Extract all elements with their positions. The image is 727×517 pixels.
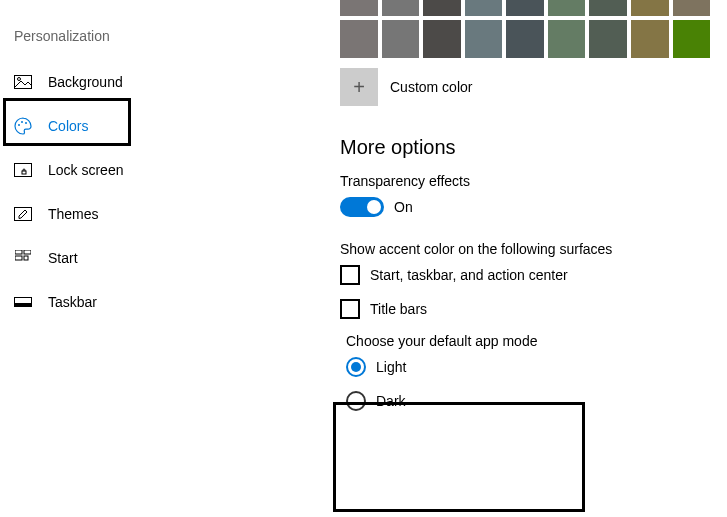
color-swatch[interactable] xyxy=(506,20,544,58)
svg-rect-11 xyxy=(24,256,28,260)
svg-rect-13 xyxy=(15,303,32,307)
color-swatch[interactable] xyxy=(631,20,669,58)
sidebar-item-themes[interactable]: Themes xyxy=(0,192,200,236)
color-swatch[interactable] xyxy=(589,0,627,16)
svg-rect-9 xyxy=(24,250,31,254)
sidebar-item-lockscreen[interactable]: Lock screen xyxy=(0,148,200,192)
taskbar-icon xyxy=(14,293,32,311)
toggle-state-label: On xyxy=(394,199,413,215)
start-tiles-icon xyxy=(14,249,32,267)
color-swatch[interactable] xyxy=(465,20,503,58)
sidebar-item-label: Background xyxy=(48,74,123,90)
transparency-toggle-row: On xyxy=(340,197,710,217)
svg-rect-10 xyxy=(15,256,22,260)
app-mode-light-radio[interactable] xyxy=(346,357,366,377)
color-swatch[interactable] xyxy=(423,0,461,16)
color-swatch[interactable] xyxy=(548,0,586,16)
sidebar-item-label: Themes xyxy=(48,206,99,222)
sidebar: Personalization Background Colors Lock s… xyxy=(0,0,200,324)
color-swatch-row-partial xyxy=(340,0,710,16)
surface-titlebar-label: Title bars xyxy=(370,301,427,317)
surface-titlebar-row: Title bars xyxy=(340,299,710,319)
color-swatch[interactable] xyxy=(382,20,420,58)
app-mode-heading: Choose your default app mode xyxy=(346,333,710,349)
svg-rect-8 xyxy=(15,250,22,254)
color-swatch[interactable] xyxy=(423,20,461,58)
custom-color-row: + Custom color xyxy=(340,68,710,106)
app-mode-dark-radio[interactable] xyxy=(346,391,366,411)
surface-titlebar-checkbox[interactable] xyxy=(340,299,360,319)
color-swatch[interactable] xyxy=(340,0,378,16)
more-options-heading: More options xyxy=(340,136,710,159)
surface-start-row: Start, taskbar, and action center xyxy=(340,265,710,285)
color-swatch-row xyxy=(340,20,710,58)
color-swatch[interactable] xyxy=(548,20,586,58)
lockscreen-icon xyxy=(14,161,32,179)
sidebar-item-label: Lock screen xyxy=(48,162,123,178)
sidebar-item-label: Colors xyxy=(48,118,88,134)
sidebar-item-background[interactable]: Background xyxy=(0,60,200,104)
color-swatch[interactable] xyxy=(631,0,669,16)
transparency-toggle[interactable] xyxy=(340,197,384,217)
plus-icon: + xyxy=(353,76,365,99)
svg-point-3 xyxy=(21,121,23,123)
palette-icon xyxy=(14,117,32,135)
color-swatch[interactable] xyxy=(465,0,503,16)
sidebar-heading: Personalization xyxy=(0,28,200,44)
transparency-label: Transparency effects xyxy=(340,173,710,189)
svg-point-1 xyxy=(18,78,21,81)
accent-surfaces-label: Show accent color on the following surfa… xyxy=(340,241,710,257)
sidebar-item-colors[interactable]: Colors xyxy=(0,104,200,148)
main-content: + Custom color More options Transparency… xyxy=(340,0,710,425)
svg-point-4 xyxy=(25,122,27,124)
app-mode-light-label: Light xyxy=(376,359,406,375)
color-swatch[interactable] xyxy=(589,20,627,58)
sidebar-item-taskbar[interactable]: Taskbar xyxy=(0,280,200,324)
svg-point-2 xyxy=(18,124,20,126)
surface-start-checkbox[interactable] xyxy=(340,265,360,285)
app-mode-dark-row: Dark xyxy=(346,391,710,411)
app-mode-dark-label: Dark xyxy=(376,393,406,409)
color-swatch[interactable] xyxy=(673,20,711,58)
sidebar-item-label: Start xyxy=(48,250,78,266)
custom-color-label[interactable]: Custom color xyxy=(390,79,472,95)
svg-rect-6 xyxy=(22,171,26,174)
color-swatch[interactable] xyxy=(506,0,544,16)
color-swatch[interactable] xyxy=(340,20,378,58)
surface-start-label: Start, taskbar, and action center xyxy=(370,267,568,283)
svg-rect-0 xyxy=(15,76,32,89)
custom-color-button[interactable]: + xyxy=(340,68,378,106)
svg-rect-7 xyxy=(15,208,32,221)
sidebar-item-label: Taskbar xyxy=(48,294,97,310)
app-mode-light-row: Light xyxy=(346,357,710,377)
sidebar-item-start[interactable]: Start xyxy=(0,236,200,280)
color-swatch[interactable] xyxy=(673,0,711,16)
image-icon xyxy=(14,73,32,91)
pencil-frame-icon xyxy=(14,205,32,223)
color-swatch[interactable] xyxy=(382,0,420,16)
